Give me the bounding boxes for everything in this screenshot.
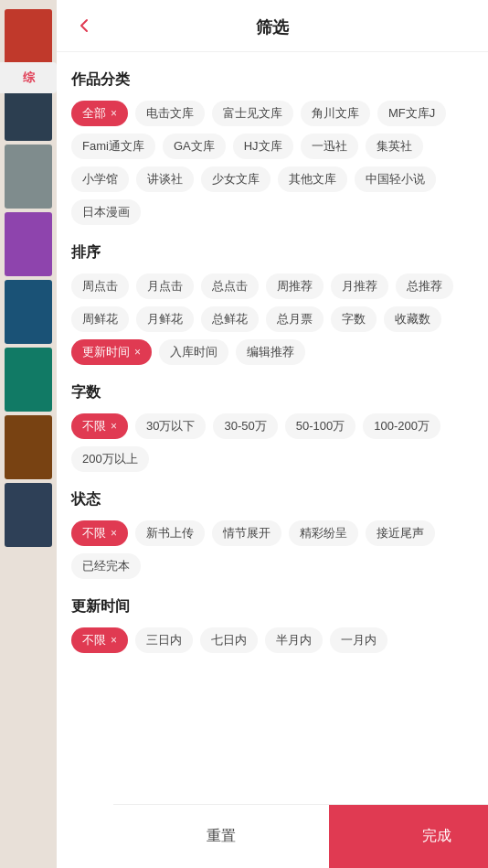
- tag-category-13[interactable]: 其他文库: [278, 166, 347, 192]
- tag-status-1[interactable]: 新书上传: [135, 520, 205, 546]
- tag-label: 总点击: [212, 278, 248, 295]
- tag-label: 字数: [342, 311, 366, 327]
- tag-category-14[interactable]: 中国轻小说: [355, 166, 436, 192]
- tag-sort-12[interactable]: 更新时间×: [71, 339, 152, 365]
- tag-sort-8[interactable]: 总鲜花: [201, 306, 259, 332]
- sidebar-tab-label: 综: [4, 70, 53, 86]
- tag-label: 月点击: [147, 278, 183, 295]
- tag-wordcount-1[interactable]: 30万以下: [135, 413, 206, 439]
- sidebar-book-5: [5, 348, 52, 412]
- tag-label: 接近尾声: [377, 525, 424, 541]
- tag-sort-2[interactable]: 总点击: [201, 273, 259, 299]
- tag-label: 情节展开: [223, 525, 271, 541]
- tag-label: 收藏数: [395, 311, 430, 327]
- tags-wordcount: 不限×30万以下30-50万50-100万100-200万200万以上: [71, 413, 473, 472]
- tag-label: 一月内: [341, 632, 377, 648]
- tag-status-5[interactable]: 已经完本: [71, 553, 141, 579]
- tag-label: 总推荐: [407, 278, 442, 295]
- confirm-button[interactable]: 完成: [329, 805, 488, 868]
- tag-status-3[interactable]: 精彩纷呈: [289, 520, 358, 546]
- tag-sort-7[interactable]: 月鲜花: [136, 306, 194, 332]
- tag-sort-13[interactable]: 入库时间: [159, 339, 228, 365]
- tag-category-11[interactable]: 讲谈社: [136, 166, 194, 192]
- section-title-wordcount: 字数: [71, 383, 473, 402]
- tag-label: 100-200万: [374, 418, 430, 434]
- tag-label: 更新时间: [82, 344, 130, 360]
- tag-label: 周鲜花: [82, 311, 118, 327]
- tag-category-2[interactable]: 富士见文库: [212, 101, 293, 126]
- tag-label: 全部: [82, 105, 106, 122]
- section-sort: 排序周点击月点击总点击周推荐月推荐总推荐周鲜花月鲜花总鲜花总月票字数收藏数更新时…: [71, 243, 473, 365]
- tag-category-3[interactable]: 角川文库: [301, 101, 370, 126]
- tag-category-4[interactable]: MF文库J: [377, 101, 446, 126]
- tag-label: 集英社: [377, 138, 412, 155]
- tag-sort-1[interactable]: 月点击: [136, 273, 194, 299]
- tag-label: 七日内: [211, 632, 247, 648]
- tag-category-15[interactable]: 日本漫画: [71, 199, 141, 225]
- tag-category-12[interactable]: 少女文库: [201, 166, 271, 192]
- tag-sort-0[interactable]: 周点击: [71, 273, 129, 299]
- tag-wordcount-4[interactable]: 100-200万: [363, 413, 440, 439]
- tag-wordcount-5[interactable]: 200万以上: [71, 446, 149, 472]
- tag-label: 200万以上: [82, 451, 138, 467]
- tag-category-6[interactable]: GA文库: [163, 134, 226, 159]
- section-title-sort: 排序: [71, 243, 473, 263]
- tag-label: 周点击: [82, 278, 118, 295]
- tag-category-7[interactable]: HJ文库: [233, 134, 293, 159]
- tag-close-icon[interactable]: ×: [111, 107, 117, 120]
- tag-status-4[interactable]: 接近尾声: [366, 520, 435, 546]
- filter-header: 筛选: [57, 0, 488, 52]
- tag-label: 精彩纷呈: [300, 525, 347, 541]
- tag-label: 富士见文库: [223, 105, 282, 122]
- tag-sort-3[interactable]: 周推荐: [266, 273, 324, 299]
- tag-updatetime-1[interactable]: 三日内: [135, 627, 193, 653]
- tag-sort-6[interactable]: 周鲜花: [71, 306, 129, 332]
- tag-label: 月鲜花: [147, 311, 183, 327]
- tag-updatetime-0[interactable]: 不限×: [71, 627, 128, 653]
- tag-sort-14[interactable]: 编辑推荐: [236, 339, 305, 365]
- tag-updatetime-2[interactable]: 七日内: [200, 627, 258, 653]
- tag-label: 电击文库: [146, 105, 194, 122]
- tag-updatetime-3[interactable]: 半月内: [265, 627, 323, 653]
- tag-wordcount-0[interactable]: 不限×: [71, 413, 128, 439]
- back-button[interactable]: [71, 13, 97, 38]
- tag-wordcount-3[interactable]: 50-100万: [285, 413, 355, 439]
- tag-close-icon[interactable]: ×: [111, 527, 117, 540]
- tag-label: MF文库J: [388, 105, 435, 122]
- tags-sort: 周点击月点击总点击周推荐月推荐总推荐周鲜花月鲜花总鲜花总月票字数收藏数更新时间×…: [71, 273, 473, 365]
- tag-label: 其他文库: [289, 171, 336, 188]
- tag-label: 不限: [82, 632, 106, 648]
- section-status: 状态不限×新书上传情节展开精彩纷呈接近尾声已经完本: [71, 490, 473, 579]
- tag-wordcount-2[interactable]: 30-50万: [213, 413, 277, 439]
- tags-category: 全部×电击文库富士见文库角川文库MF文库JFami通文库GA文库HJ文库一迅社集…: [71, 101, 473, 225]
- tag-status-2[interactable]: 情节展开: [212, 520, 281, 546]
- tag-close-icon[interactable]: ×: [134, 346, 141, 359]
- tag-category-0[interactable]: 全部×: [71, 101, 128, 126]
- tags-updatetime: 不限×三日内七日内半月内一月内: [71, 627, 473, 653]
- tag-updatetime-4[interactable]: 一月内: [330, 627, 387, 653]
- tag-sort-11[interactable]: 收藏数: [384, 306, 441, 332]
- tag-label: 不限: [82, 418, 106, 434]
- section-wordcount: 字数不限×30万以下30-50万50-100万100-200万200万以上: [71, 383, 473, 472]
- tag-category-10[interactable]: 小学馆: [71, 166, 129, 192]
- tag-status-0[interactable]: 不限×: [71, 520, 128, 546]
- tag-category-1[interactable]: 电击文库: [135, 101, 205, 126]
- tag-label: 中国轻小说: [366, 171, 425, 188]
- tag-close-icon[interactable]: ×: [111, 634, 117, 647]
- tag-label: GA文库: [174, 138, 215, 155]
- tag-category-8[interactable]: 一迅社: [301, 134, 358, 159]
- reset-button[interactable]: 重置: [113, 805, 329, 868]
- sidebar-tab[interactable]: 综: [0, 62, 57, 93]
- tag-label: 50-100万: [296, 418, 345, 434]
- tag-label: 30-50万: [224, 418, 266, 434]
- tag-sort-10[interactable]: 字数: [331, 306, 377, 332]
- tag-sort-5[interactable]: 总推荐: [396, 273, 453, 299]
- tag-sort-4[interactable]: 月推荐: [331, 273, 388, 299]
- tag-close-icon[interactable]: ×: [111, 420, 117, 433]
- tag-category-9[interactable]: 集英社: [366, 134, 423, 159]
- tag-label: 角川文库: [312, 105, 359, 122]
- tag-category-5[interactable]: Fami通文库: [71, 134, 155, 159]
- tag-sort-9[interactable]: 总月票: [266, 306, 324, 332]
- tag-label: Fami通文库: [82, 138, 144, 155]
- tag-label: 编辑推荐: [247, 344, 294, 360]
